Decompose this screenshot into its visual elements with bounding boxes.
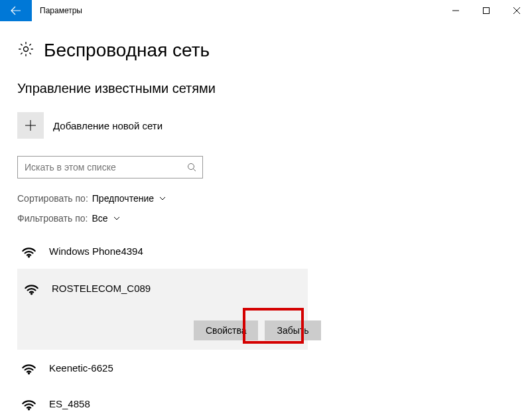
svg-rect-0 [484, 8, 490, 14]
sort-label: Сортировать по: [17, 193, 88, 204]
network-actions: Свойства Забыть [194, 320, 308, 340]
sort-row[interactable]: Сортировать по: Предпочтение [17, 193, 515, 204]
gear-icon [17, 40, 34, 60]
network-name: Windows Phone4394 [49, 245, 143, 257]
sort-value: Предпочтение [92, 193, 154, 204]
page-title: Беспроводная сеть [44, 40, 210, 61]
wifi-icon [20, 393, 37, 413]
page-header: Беспроводная сеть [17, 40, 515, 61]
section-title: Управление известными сетями [17, 81, 515, 96]
svg-point-6 [29, 409, 29, 409]
maximize-button[interactable] [471, 0, 501, 21]
network-name: ES_4858 [49, 398, 90, 409]
settings-window: Параметры Беспроводная сеть Управле [0, 0, 532, 420]
chevron-down-icon [159, 193, 166, 204]
filter-row[interactable]: Фильтровать по: Все [17, 213, 515, 224]
network-item[interactable]: Windows Phone4394 [17, 233, 515, 269]
filter-label: Фильтровать по: [17, 213, 88, 224]
svg-point-4 [31, 293, 32, 294]
search-icon[interactable] [181, 163, 202, 172]
svg-point-2 [188, 164, 194, 170]
network-item[interactable]: ES_4858 [17, 385, 515, 420]
wifi-icon [20, 358, 37, 378]
add-network-button[interactable] [17, 112, 44, 139]
wifi-icon [23, 278, 40, 298]
titlebar: Параметры [0, 0, 532, 21]
network-name: ROSTELECOM_C089 [52, 283, 151, 294]
svg-point-5 [29, 373, 29, 374]
svg-point-3 [29, 256, 29, 257]
window-title: Параметры [32, 0, 440, 21]
minimize-button[interactable] [440, 0, 471, 21]
svg-point-1 [24, 47, 29, 52]
content: Беспроводная сеть Управление известными … [0, 21, 532, 420]
window-controls [440, 0, 532, 21]
close-button[interactable] [501, 0, 532, 21]
network-item[interactable]: Keenetic-6625 [17, 350, 515, 385]
network-list: Windows Phone4394 ROSTELECOM_C089 Свойст… [17, 233, 515, 420]
filter-value: Все [92, 213, 107, 224]
properties-button[interactable]: Свойства [194, 320, 258, 340]
add-network-label: Добавление новой сети [53, 120, 163, 131]
network-name: Keenetic-6625 [49, 362, 113, 374]
search-input[interactable] [18, 162, 181, 173]
back-button[interactable] [0, 0, 32, 21]
network-item-selected[interactable]: ROSTELECOM_C089 Свойства Забыть [17, 269, 308, 350]
forget-button[interactable]: Забыть [265, 320, 320, 340]
wifi-icon [20, 241, 37, 261]
chevron-down-icon [113, 213, 120, 224]
search-box[interactable] [17, 156, 203, 178]
add-network-row[interactable]: Добавление новой сети [17, 112, 515, 139]
